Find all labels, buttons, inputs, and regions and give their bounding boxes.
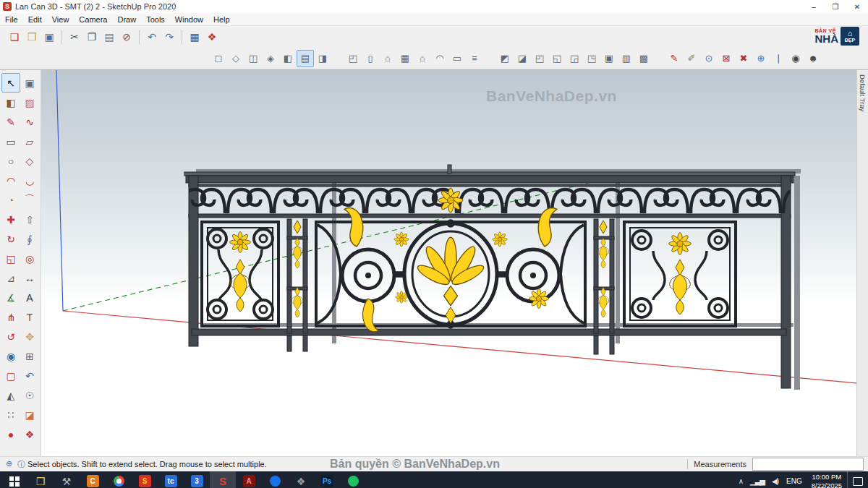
erase-button[interactable]: ⊘ bbox=[118, 28, 135, 46]
tool-pie[interactable]: ◔ bbox=[1, 190, 20, 210]
tool-geo-location[interactable]: ● bbox=[1, 424, 20, 444]
sketchup-viewer-button[interactable]: S bbox=[132, 471, 158, 488]
draw-markup-button[interactable]: ✎ bbox=[665, 50, 683, 67]
zoom-window-tool-button[interactable]: ⊠ bbox=[718, 50, 735, 67]
paste-button[interactable]: ▤ bbox=[101, 28, 118, 46]
chrome-button[interactable] bbox=[106, 471, 132, 488]
people-tool-button[interactable]: ☻ bbox=[804, 50, 822, 67]
separator[interactable] bbox=[139, 30, 140, 44]
action-center-button[interactable] bbox=[847, 471, 868, 488]
slider-tool-button[interactable]: ∣ bbox=[770, 50, 787, 67]
tool-axes[interactable]: ⋔ bbox=[1, 307, 20, 327]
app3-button[interactable]: 3 bbox=[184, 471, 210, 488]
line-app-button[interactable] bbox=[340, 471, 366, 488]
furniture-tool-button[interactable]: ▭ bbox=[448, 50, 466, 67]
default-tray-tab[interactable]: Default Tray bbox=[856, 70, 868, 456]
trim-button[interactable]: ◲ bbox=[566, 50, 583, 67]
style-hidden-line-button[interactable]: ◈ bbox=[262, 50, 279, 67]
union-button[interactable]: ◰ bbox=[531, 50, 548, 67]
tool-circle[interactable]: ○ bbox=[1, 151, 20, 171]
zoom-extents-tool-button[interactable]: ⊕ bbox=[752, 50, 770, 67]
redo-button[interactable]: ↷ bbox=[161, 28, 178, 46]
teamviewer-button[interactable]: tc bbox=[158, 471, 184, 488]
railing-model[interactable] bbox=[41, 70, 856, 456]
menu-camera[interactable]: Camera bbox=[74, 14, 112, 25]
tool-rotated-rectangle[interactable]: ▱ bbox=[20, 132, 39, 151]
tool-protractor[interactable]: ∡ bbox=[1, 288, 20, 307]
measurements-input[interactable] bbox=[752, 458, 864, 471]
tray-chevron-icon[interactable]: ∧ bbox=[735, 477, 746, 485]
print-button[interactable]: ▦ bbox=[186, 28, 203, 46]
start-button[interactable] bbox=[1, 471, 27, 488]
tool-zoom-window[interactable]: ⊞ bbox=[20, 346, 39, 366]
taskbar-clock[interactable]: 10:00 PM 8/22/2025 bbox=[807, 473, 847, 488]
tool-orbit[interactable]: ↺ bbox=[1, 327, 20, 346]
tool-text[interactable]: A bbox=[20, 288, 39, 307]
style-back-edges-button[interactable]: ◇ bbox=[227, 50, 244, 67]
tool-offset[interactable]: ◎ bbox=[20, 249, 39, 268]
eye-tool-button[interactable]: ◉ bbox=[787, 50, 804, 67]
split-button[interactable]: ◳ bbox=[583, 50, 600, 67]
cut-button[interactable]: ✂ bbox=[66, 28, 83, 46]
tool-push-pull[interactable]: ⇧ bbox=[20, 210, 39, 229]
tool-select[interactable]: ↖ bbox=[1, 73, 20, 93]
tool-look-around[interactable]: ☉ bbox=[20, 385, 39, 405]
copy-button[interactable]: ❐ bbox=[83, 28, 101, 46]
component-edit-button[interactable]: ▣ bbox=[600, 50, 618, 67]
tool-three-point-arc[interactable]: ⌒ bbox=[20, 190, 39, 210]
tool-freehand[interactable]: ∿ bbox=[20, 112, 39, 132]
extension-warehouse-button[interactable]: ❖ bbox=[203, 28, 221, 46]
tool-scale[interactable]: ◱ bbox=[1, 249, 20, 268]
door-tool-button[interactable]: ▯ bbox=[362, 50, 379, 67]
edge-button[interactable] bbox=[262, 471, 288, 488]
tool-walk[interactable]: ∷ bbox=[1, 405, 20, 424]
style-shaded-textures-button[interactable]: ▤ bbox=[297, 50, 314, 67]
autocad-button[interactable]: A bbox=[236, 471, 262, 488]
building-tool-button[interactable]: ▦ bbox=[396, 50, 414, 67]
tool-eraser[interactable]: ▨ bbox=[20, 93, 39, 112]
home-view-button[interactable]: ⌂ bbox=[379, 50, 396, 67]
subtract-button[interactable]: ◱ bbox=[548, 50, 566, 67]
component-browser-button[interactable]: ◰ bbox=[344, 50, 362, 67]
geolocation-icon[interactable]: ⊕ bbox=[3, 459, 15, 470]
tool-polygon[interactable]: ◇ bbox=[20, 151, 39, 171]
menu-file[interactable]: File bbox=[0, 14, 23, 25]
tool-extension[interactable]: ❖ bbox=[20, 424, 39, 444]
volume-icon[interactable]: ◀) bbox=[768, 477, 782, 485]
style-monochrome-button[interactable]: ◨ bbox=[314, 50, 331, 67]
tool-rectangle[interactable]: ▭ bbox=[1, 132, 20, 151]
tool-two-point-arc[interactable]: ◡ bbox=[20, 171, 39, 190]
maximize-button[interactable]: ❐ bbox=[825, 0, 846, 13]
menu-window[interactable]: Window bbox=[170, 14, 208, 25]
separator[interactable] bbox=[182, 30, 182, 44]
tool-follow-me[interactable]: ∮ bbox=[20, 229, 39, 249]
undo-button[interactable]: ↶ bbox=[143, 28, 161, 46]
tools-app-button[interactable]: ⚒ bbox=[54, 471, 80, 488]
photoshop-button[interactable]: Ps bbox=[314, 471, 340, 488]
language-indicator[interactable]: ENG bbox=[782, 477, 807, 485]
menu-view[interactable]: View bbox=[47, 14, 75, 25]
sketchup-button[interactable]: S bbox=[210, 471, 236, 488]
zoom-tool-button[interactable]: ⊙ bbox=[700, 50, 718, 67]
close-button[interactable]: ✕ bbox=[846, 0, 868, 13]
intersect-button[interactable]: ◪ bbox=[514, 50, 531, 67]
menu-help[interactable]: Help bbox=[208, 14, 235, 25]
save-button[interactable]: ▣ bbox=[41, 28, 58, 46]
tool-dimension[interactable]: ↔ bbox=[20, 268, 39, 288]
tool-tape-measure[interactable]: ⊿ bbox=[1, 268, 20, 288]
network-icon[interactable]: ▁▃▅ bbox=[746, 477, 768, 485]
menu-draw[interactable]: Draw bbox=[112, 14, 141, 25]
tool-arc[interactable]: ◠ bbox=[1, 171, 20, 190]
minimize-button[interactable]: – bbox=[803, 0, 825, 13]
menu-edit[interactable]: Edit bbox=[23, 14, 47, 25]
separator[interactable] bbox=[61, 30, 62, 44]
appserv-button[interactable]: C bbox=[80, 471, 106, 488]
tool-zoom[interactable]: ◉ bbox=[1, 346, 20, 366]
tool-zoom-extents[interactable]: ▢ bbox=[1, 366, 20, 385]
tool-rotate[interactable]: ↻ bbox=[1, 229, 20, 249]
file-explorer-button[interactable]: ❒ bbox=[27, 471, 54, 488]
tool-move[interactable]: ✚ bbox=[1, 210, 20, 229]
layers-tool-button[interactable]: ≡ bbox=[466, 50, 483, 67]
style-wireframe-button[interactable]: ◫ bbox=[244, 50, 262, 67]
tool-make-component[interactable]: ▣ bbox=[20, 73, 39, 93]
